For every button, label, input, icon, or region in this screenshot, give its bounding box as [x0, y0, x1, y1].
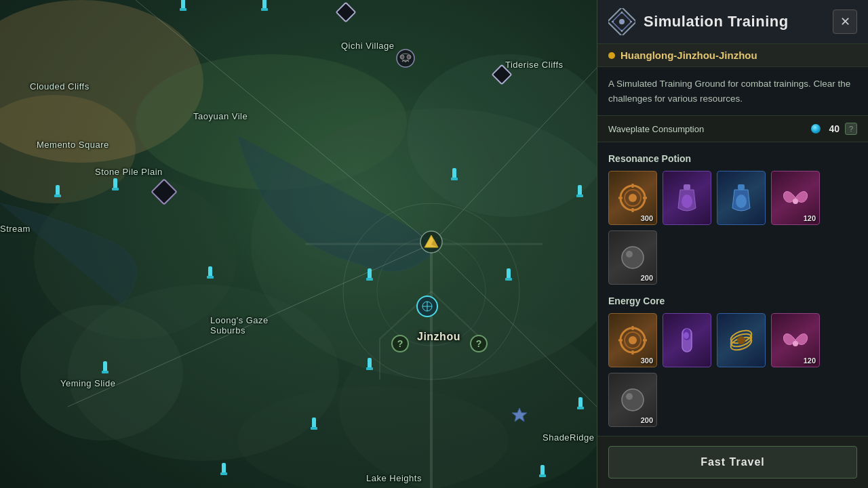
location-bar: Huanglong-Jinzhou-Jinzhou	[597, 44, 868, 67]
svg-rect-44	[366, 367, 373, 370]
location-name: Huanglong-Jinzhou-Jinzhou	[620, 49, 757, 61]
jinzhou-center-marker[interactable]	[416, 296, 438, 317]
svg-rect-32	[576, 195, 583, 197]
q-marker-1[interactable]: ?	[391, 335, 409, 352]
energy-core-title: Energy Core	[608, 296, 857, 306]
pillar-marker-1	[179, 0, 187, 15]
pillar-marker-15	[310, 418, 318, 434]
svg-point-74	[793, 199, 798, 204]
item-count: 200	[641, 274, 653, 282]
pillar-marker-5	[54, 185, 62, 201]
pillar-marker-12	[576, 397, 585, 413]
pillar-marker-9	[505, 268, 513, 285]
item-slot[interactable]: 200	[608, 230, 657, 285]
pillar-marker-3	[450, 168, 458, 184]
item-slot[interactable]: 300	[608, 313, 657, 367]
item-slot[interactable]: 300	[608, 171, 657, 225]
item-slot[interactable]	[717, 313, 766, 367]
svg-marker-55	[512, 408, 527, 422]
panel-content[interactable]: Resonance Potion	[597, 142, 868, 436]
player-marker	[419, 230, 443, 254]
svg-point-90	[737, 336, 745, 344]
svg-rect-48	[577, 407, 584, 409]
pillar-marker-4	[576, 185, 584, 201]
svg-rect-50	[220, 472, 227, 475]
map-area[interactable]: Clouded Cliffs Taoyuan Vile Memento Squa…	[0, 0, 597, 488]
svg-rect-54	[311, 427, 317, 430]
q-marker-2[interactable]: ?	[470, 335, 488, 352]
svg-point-79	[629, 336, 637, 344]
item-slot[interactable]	[663, 313, 711, 367]
simulation-icon	[608, 8, 635, 35]
svg-point-65	[629, 194, 637, 202]
svg-rect-28	[261, 8, 268, 11]
svg-rect-42	[505, 278, 512, 281]
pillar-marker-6	[111, 178, 119, 195]
svg-point-71	[682, 195, 692, 208]
svg-point-58	[619, 19, 625, 24]
item-slot[interactable]	[663, 171, 711, 225]
waveplate-gem-icon	[811, 124, 821, 134]
pillar-marker-7	[206, 266, 214, 283]
svg-rect-40	[366, 278, 373, 281]
svg-rect-26	[180, 8, 186, 11]
location-dot	[608, 52, 615, 59]
item-count: 200	[641, 416, 653, 424]
item-count: 120	[804, 357, 816, 365]
fast-travel-button[interactable]: Fast Travel	[608, 446, 857, 479]
svg-rect-52	[539, 474, 546, 477]
item-slot[interactable]	[717, 171, 766, 225]
svg-point-92	[622, 389, 644, 411]
svg-point-75	[622, 247, 644, 268]
pillar-marker-13	[220, 463, 228, 479]
svg-point-73	[736, 195, 747, 208]
svg-point-19	[397, 49, 414, 67]
pillar-marker-11	[101, 361, 109, 378]
item-count: 300	[641, 214, 653, 222]
item-count: 120	[804, 214, 816, 222]
pillar-marker-8	[366, 268, 374, 285]
waveplate-row: Waveplate Consumption 40 ?	[597, 116, 868, 142]
resonance-potion-items: 300	[608, 171, 857, 285]
description-area: A Simulated Training Ground for combat t…	[597, 67, 868, 116]
fast-travel-bar: Fast Travel	[597, 436, 868, 488]
star-waypoint[interactable]	[511, 407, 528, 423]
waveplate-help-button[interactable]: ?	[845, 123, 857, 135]
panel-title: Simulation Training	[644, 13, 825, 30]
description-text: A Simulated Training Ground for combat t…	[608, 77, 857, 106]
item-slot[interactable]: 200	[608, 373, 657, 427]
svg-rect-36	[112, 188, 119, 190]
svg-point-93	[626, 393, 633, 400]
svg-rect-30	[451, 178, 458, 180]
svg-rect-34	[54, 195, 61, 197]
waveplate-label: Waveplate Consumption	[608, 124, 806, 134]
item-count: 300	[641, 357, 653, 365]
close-button[interactable]: ✕	[833, 9, 857, 34]
waveplate-count: 40	[829, 123, 840, 134]
svg-rect-72	[738, 184, 745, 190]
pillar-marker-10	[366, 358, 374, 374]
item-slot[interactable]: 120	[771, 313, 820, 367]
svg-rect-38	[207, 276, 214, 279]
info-panel: Simulation Training ✕ Huanglong-Jinzhou-…	[597, 0, 868, 488]
svg-point-86	[684, 332, 689, 339]
resonance-potion-title: Resonance Potion	[608, 153, 857, 164]
svg-rect-70	[684, 184, 690, 190]
item-slot[interactable]: 120	[771, 171, 820, 225]
svg-rect-46	[102, 371, 108, 373]
panel-header: Simulation Training ✕	[597, 0, 868, 44]
qichi-village-marker[interactable]	[395, 48, 416, 71]
pillar-marker-2	[260, 0, 269, 15]
svg-point-76	[626, 251, 633, 258]
pillar-marker-14	[538, 465, 547, 481]
energy-core-items: 300	[608, 313, 857, 427]
svg-point-91	[793, 341, 798, 346]
